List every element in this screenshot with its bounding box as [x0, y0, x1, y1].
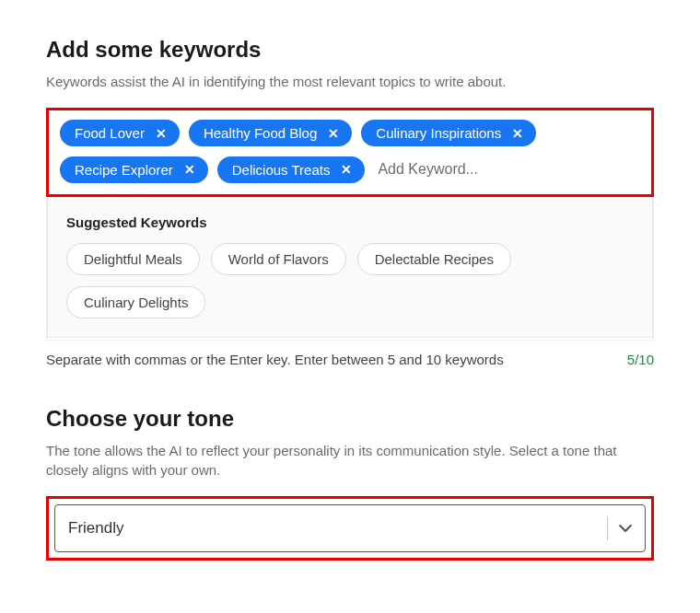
tone-select-indicator [607, 516, 632, 540]
tone-selected-value: Friendly [68, 519, 123, 538]
suggested-chip[interactable]: Culinary Delights [66, 286, 205, 318]
keywords-highlight-box: Food Lover ✕ Healthy Food Blog ✕ Culinar… [46, 108, 654, 197]
keyword-tag: Food Lover ✕ [60, 120, 180, 146]
tone-select[interactable]: Friendly [54, 504, 646, 552]
suggested-keywords-title: Suggested Keywords [66, 214, 634, 230]
keyword-tag-label: Healthy Food Blog [204, 125, 317, 141]
tone-heading: Choose your tone [46, 406, 654, 432]
keyword-tag-label: Culinary Inspirations [376, 125, 501, 141]
keyword-tag-label: Delicious Treats [232, 162, 331, 178]
suggested-chip[interactable]: Delightful Meals [66, 243, 200, 275]
tone-description: The tone allows the AI to reflect your p… [46, 441, 654, 480]
tone-highlight-box: Friendly [46, 496, 654, 561]
close-icon[interactable]: ✕ [181, 163, 199, 176]
keyword-tag: Recipe Explorer ✕ [60, 156, 208, 183]
keyword-tag-label: Food Lover [75, 125, 145, 141]
chevron-down-icon [619, 522, 632, 535]
close-icon[interactable]: ✕ [152, 127, 170, 140]
close-icon[interactable]: ✕ [324, 127, 343, 140]
close-icon[interactable]: ✕ [337, 163, 356, 176]
keyword-tag: Culinary Inspirations ✕ [361, 120, 536, 146]
keywords-panel: Suggested Keywords Delightful Meals Worl… [46, 197, 654, 341]
keywords-counter: 5/10 [627, 352, 654, 367]
keyword-tag: Delicious Treats ✕ [217, 156, 366, 183]
keywords-tags-area[interactable]: Food Lover ✕ Healthy Food Blog ✕ Culinar… [60, 120, 640, 183]
suggested-chip[interactable]: Delectable Recipes [357, 243, 511, 275]
suggested-chip[interactable]: World of Flavors [211, 243, 346, 275]
keywords-description: Keywords assist the AI in identifying th… [46, 72, 654, 91]
suggested-chips-row: Delightful Meals World of Flavors Delect… [66, 243, 634, 318]
keyword-tag: Healthy Food Blog ✕ [189, 120, 352, 146]
keywords-heading: Add some keywords [46, 37, 654, 63]
keywords-helper-row: Separate with commas or the Enter key. E… [46, 352, 654, 367]
keyword-tag-label: Recipe Explorer [75, 162, 173, 178]
keywords-helper-text: Separate with commas or the Enter key. E… [46, 352, 504, 367]
add-keyword-input[interactable] [374, 156, 566, 183]
tone-divider [607, 516, 608, 540]
suggested-keywords-box: Suggested Keywords Delightful Meals Worl… [47, 197, 653, 338]
close-icon[interactable]: ✕ [508, 127, 527, 140]
